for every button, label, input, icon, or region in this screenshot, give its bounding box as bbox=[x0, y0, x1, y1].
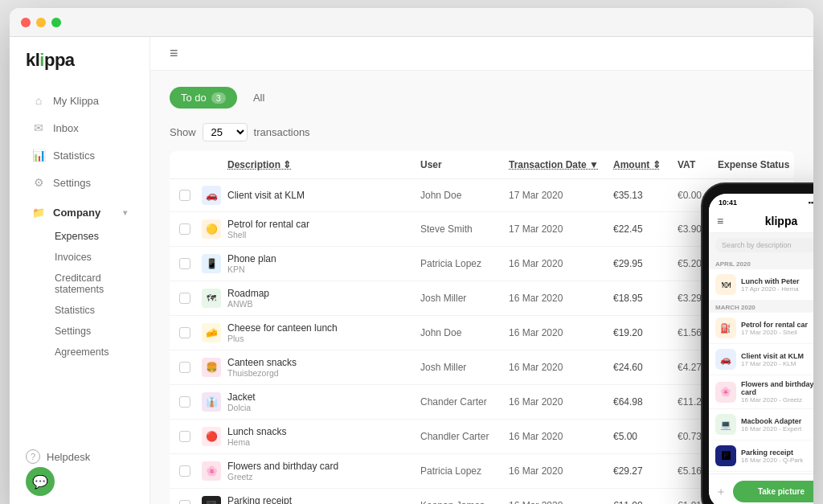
tab-todo[interactable]: To do 3 bbox=[170, 87, 237, 109]
phone-screen: 10:41 ▪▪▪ WiFi 🔋 ≡ klippa ≡ Search by de… bbox=[709, 194, 813, 504]
row-checkbox[interactable] bbox=[179, 500, 190, 504]
row-user: John Doe bbox=[420, 190, 509, 201]
show-count-select[interactable]: 25 50 100 bbox=[203, 123, 248, 141]
row-icon: 👔 bbox=[202, 392, 221, 412]
sub-creditcard[interactable]: Creditcard statements bbox=[45, 268, 149, 300]
row-checkbox-wrapper bbox=[179, 362, 202, 373]
row-desc-main: Client visit at KLM bbox=[227, 190, 420, 201]
show-label: Show bbox=[170, 126, 196, 138]
row-checkbox[interactable] bbox=[179, 465, 190, 477]
minimize-button[interactable] bbox=[36, 18, 46, 27]
row-desc-sub: Hema bbox=[227, 437, 420, 447]
phone-status-bar: 10:41 ▪▪▪ WiFi 🔋 bbox=[709, 194, 813, 210]
row-description: Roadmap ANWB bbox=[227, 288, 420, 309]
row-desc-main: Canteen snacks bbox=[227, 357, 420, 368]
chevron-down-icon: ▾ bbox=[123, 208, 127, 217]
header-date[interactable]: Transaction Date ▼ bbox=[509, 159, 613, 170]
phone-list-item[interactable]: ⛽ Petrol for rental car 17 Mar 2020 - Sh… bbox=[709, 313, 813, 344]
phone-item-icon: 🚗 bbox=[715, 349, 736, 370]
row-date: 16 Mar 2020 bbox=[509, 500, 613, 504]
row-checkbox[interactable] bbox=[179, 431, 190, 442]
close-button[interactable] bbox=[21, 18, 31, 27]
sub-company-statistics[interactable]: Statistics bbox=[45, 300, 149, 321]
title-bar bbox=[10, 8, 813, 37]
phone-list-item[interactable]: 💻 Macbook Adapter 16 Mar 2020 - Expert €… bbox=[709, 409, 813, 440]
row-checkbox-wrapper bbox=[179, 396, 202, 408]
row-checkbox[interactable] bbox=[179, 190, 190, 201]
row-icon: 🗺 bbox=[202, 289, 221, 308]
phone-item-icon: 💻 bbox=[715, 414, 736, 435]
settings-icon: ⚙ bbox=[32, 176, 45, 189]
phone-list-item[interactable]: 🌸 Flowers and birthday card 16 Mar 2020 … bbox=[709, 375, 813, 409]
sub-agreements[interactable]: Agreements bbox=[45, 342, 149, 363]
row-description: Jacket Dolcia bbox=[227, 391, 420, 412]
row-checkbox-wrapper bbox=[179, 190, 202, 201]
phone-item-name: Petrol for rental car bbox=[741, 321, 813, 329]
phone-add-icon[interactable]: ＋ bbox=[715, 485, 727, 499]
row-amount: €18.95 bbox=[613, 293, 678, 304]
row-description: Parking receipt Q-Park bbox=[227, 495, 420, 504]
hamburger-icon[interactable]: ≡ bbox=[170, 45, 178, 62]
sidebar-item-statistics[interactable]: 📊 Statistics bbox=[16, 141, 143, 169]
row-user: Keenan James bbox=[420, 500, 509, 504]
phone-item-date: 16 Mar 2020 - Q-Park bbox=[741, 457, 812, 464]
phone-bottom-bar: ＋ Take picture ⋯ bbox=[709, 473, 813, 504]
sidebar-item-settings[interactable]: ⚙ Settings bbox=[16, 169, 143, 196]
chat-icon: 💬 bbox=[32, 474, 48, 490]
app-body: klippa ⌂ My Klippa ✉ Inbox 📊 Statistics … bbox=[10, 37, 813, 504]
maximize-button[interactable] bbox=[51, 18, 61, 27]
sidebar-item-company[interactable]: 📁 Company ▾ bbox=[16, 199, 143, 226]
row-checkbox[interactable] bbox=[179, 362, 190, 373]
tab-todo-label: To do bbox=[181, 92, 207, 104]
row-date: 16 Mar 2020 bbox=[509, 465, 613, 477]
phone-item-info: Client visit at KLM 17 Mar 2020 - KLM bbox=[741, 352, 812, 367]
sidebar-item-inbox[interactable]: ✉ Inbox bbox=[16, 114, 143, 141]
phone-list-item[interactable]: 🚗 Client visit at KLM 17 Mar 2020 - KLM … bbox=[709, 344, 813, 375]
row-user: Chandler Carter bbox=[420, 431, 509, 442]
phone-item-info: Petrol for rental car 17 Mar 2020 - Shel… bbox=[741, 321, 813, 336]
phone-item-icon: 🌸 bbox=[715, 382, 736, 403]
phone-item-date: 17 Mar 2020 - Shell bbox=[741, 329, 813, 336]
phone-item-name: Macbook Adapter bbox=[741, 417, 812, 425]
row-description: Lunch snacks Hema bbox=[227, 426, 420, 447]
phone-search-bar[interactable]: Search by description bbox=[715, 238, 813, 252]
tab-all[interactable]: All bbox=[247, 87, 271, 109]
row-checkbox[interactable] bbox=[179, 258, 190, 269]
header-amount[interactable]: Amount ⇕ bbox=[613, 159, 678, 170]
phone-list-item[interactable]: 🍽 Lunch with Peter 17 Apr 2020 - Hema € … bbox=[709, 269, 813, 301]
row-desc-sub: KPN bbox=[227, 264, 420, 274]
row-icon: 🍔 bbox=[202, 358, 221, 377]
sidebar-item-my-klippa[interactable]: ⌂ My Klippa bbox=[16, 87, 143, 114]
phone-item-name: Client visit at KLM bbox=[741, 352, 812, 360]
header-description[interactable]: Description ⇕ bbox=[227, 159, 420, 170]
sub-expenses[interactable]: Expenses bbox=[45, 226, 149, 247]
row-icon: 🔴 bbox=[202, 427, 221, 446]
row-amount: €29.27 bbox=[613, 465, 678, 477]
row-checkbox[interactable] bbox=[179, 223, 190, 235]
phone-menu-icon[interactable]: ≡ bbox=[717, 215, 723, 227]
sidebar-item-label: Inbox bbox=[53, 122, 79, 134]
row-checkbox[interactable] bbox=[179, 396, 190, 408]
phone-list-item[interactable]: 🅿 Parking receipt 16 Mar 2020 - Q-Park €… bbox=[709, 440, 813, 472]
traffic-lights bbox=[21, 18, 61, 27]
transactions-label: transactions bbox=[254, 126, 310, 138]
header-icon bbox=[202, 159, 227, 170]
row-checkbox[interactable] bbox=[179, 293, 190, 304]
row-icon: 📱 bbox=[202, 254, 221, 273]
phone-item-info: Flowers and birthday card 16 Mar 2020 - … bbox=[741, 380, 813, 404]
row-user: Josh Miller bbox=[420, 293, 509, 304]
row-amount: €64.98 bbox=[613, 396, 678, 408]
chat-button[interactable]: 💬 bbox=[26, 467, 55, 496]
row-checkbox-wrapper bbox=[179, 465, 202, 477]
row-desc-sub: ANWB bbox=[227, 299, 420, 309]
phone-item-info: Macbook Adapter 16 Mar 2020 - Expert bbox=[741, 417, 812, 432]
row-checkbox[interactable] bbox=[179, 327, 190, 338]
take-picture-button[interactable]: Take picture bbox=[733, 481, 813, 502]
helpdesk-section: ? Helpdesk bbox=[26, 449, 90, 464]
row-desc-main: Roadmap bbox=[227, 288, 420, 299]
row-date: 16 Mar 2020 bbox=[509, 396, 613, 408]
sub-invoices[interactable]: Invoices bbox=[45, 247, 149, 268]
phone-item-info: Parking receipt 16 Mar 2020 - Q-Park bbox=[741, 449, 812, 464]
sub-company-settings[interactable]: Settings bbox=[45, 321, 149, 342]
row-amount: €5.00 bbox=[613, 431, 678, 442]
